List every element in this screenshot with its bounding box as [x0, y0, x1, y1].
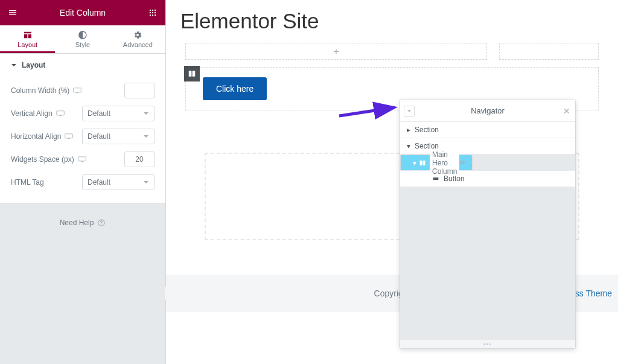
svg-point-4 — [152, 12, 153, 13]
tab-label: Style — [75, 41, 90, 48]
tree-section[interactable]: ▸ Section — [400, 122, 575, 138]
page-title: Elementor Site — [166, 0, 618, 43]
help-label: Need Help — [60, 219, 94, 227]
chevron-down-icon — [11, 62, 17, 68]
tab-advanced[interactable]: Advanced — [110, 25, 165, 53]
svg-point-7 — [152, 14, 153, 16]
horizontal-align-select[interactable]: Default — [82, 129, 154, 144]
chevron-down-icon: ▾ — [413, 159, 416, 167]
control-column-width: Column Width (%) — [11, 79, 154, 102]
svg-rect-16 — [81, 161, 83, 162]
style-icon — [78, 30, 88, 40]
tree-section[interactable]: ▾ Section — [400, 138, 575, 155]
panel-header: Edit Column — [0, 0, 165, 25]
widgets-space-input[interactable] — [124, 152, 154, 167]
control-horizontal-align: Horizontal Align Default — [11, 125, 154, 148]
control-vertical-align: Vertical Align Default — [11, 102, 154, 125]
control-label: Widgets Space (px) — [11, 155, 74, 164]
svg-rect-11 — [56, 111, 64, 115]
chevron-down-icon — [143, 179, 149, 185]
add-section-button[interactable]: ＋ — [185, 43, 487, 60]
help-icon — [97, 219, 106, 227]
vertical-align-select[interactable]: Default — [82, 106, 154, 121]
tab-style[interactable]: Style — [55, 25, 110, 53]
svg-rect-9 — [74, 88, 81, 92]
svg-rect-14 — [68, 138, 70, 139]
control-html-tag: HTML Tag Default — [11, 171, 154, 194]
svg-point-1 — [152, 10, 153, 11]
tree-label: Section — [415, 142, 439, 150]
button-icon — [432, 175, 440, 182]
section-title: Layout — [22, 61, 45, 69]
tree-label: Button — [444, 174, 465, 183]
grid-apps-icon[interactable] — [140, 0, 165, 25]
gear-icon — [133, 30, 142, 40]
select-value: Default — [88, 132, 110, 141]
button-widget[interactable]: Click here — [203, 77, 267, 100]
plus-icon: ＋ — [331, 45, 341, 58]
navigator-header[interactable]: Navigator ✕ — [400, 100, 575, 122]
svg-point-6 — [150, 14, 151, 16]
svg-point-3 — [150, 12, 151, 13]
section-toggle[interactable]: Layout — [0, 54, 165, 77]
responsive-icon[interactable] — [65, 133, 73, 140]
tree-label-editable[interactable]: Main Hero Column — [430, 150, 459, 176]
navigator-toggle-icon[interactable] — [404, 106, 415, 117]
add-section-button[interactable] — [499, 43, 599, 60]
svg-point-18 — [101, 224, 102, 225]
column-icon — [419, 159, 426, 167]
svg-rect-19 — [433, 177, 439, 180]
control-label: Horizontal Align — [11, 132, 61, 141]
control-label: Column Width (%) — [11, 86, 69, 95]
tree-widget-button[interactable]: Button — [400, 171, 575, 187]
svg-point-5 — [154, 12, 156, 13]
svg-rect-13 — [65, 134, 73, 138]
chevron-down-icon — [143, 110, 149, 117]
select-value: Default — [88, 109, 110, 118]
column-handle-icon[interactable] — [184, 66, 200, 81]
svg-rect-15 — [78, 157, 86, 161]
svg-point-2 — [154, 10, 156, 11]
control-label: HTML Tag — [11, 178, 44, 187]
svg-rect-12 — [59, 115, 61, 116]
column-width-input[interactable] — [124, 83, 154, 98]
navigator-tree: ▸ Section ▾ Section ▾ Main Hero Column B… — [400, 122, 575, 340]
control-widgets-space: Widgets Space (px) — [11, 148, 154, 171]
navigator-resize-handle[interactable]: ⋯ — [400, 340, 575, 348]
help-link[interactable]: Need Help — [0, 204, 165, 241]
section-layout: Layout Column Width (%) Vertical Align D… — [0, 54, 165, 204]
editor-panel: Edit Column Layout Style Advanced Layout… — [0, 0, 166, 364]
tree-label: Section — [415, 126, 439, 134]
visibility-icon[interactable] — [459, 159, 465, 167]
tab-label: Layout — [18, 41, 37, 48]
responsive-icon[interactable] — [73, 87, 81, 94]
chevron-right-icon: ▸ — [405, 126, 412, 134]
panel-tabs: Layout Style Advanced — [0, 25, 165, 54]
control-label: Vertical Align — [11, 109, 53, 118]
navigator-panel[interactable]: Navigator ✕ ▸ Section ▾ Section ▾ Main H… — [400, 100, 576, 349]
navigator-title: Navigator — [471, 106, 505, 115]
html-tag-select[interactable]: Default — [82, 174, 154, 190]
section-controls: Column Width (%) Vertical Align Default … — [0, 77, 165, 203]
svg-point-0 — [150, 10, 151, 11]
tab-layout[interactable]: Layout — [0, 25, 55, 53]
close-icon[interactable]: ✕ — [563, 106, 570, 116]
responsive-icon[interactable] — [56, 110, 65, 117]
chevron-down-icon: ▾ — [405, 142, 412, 150]
layout-icon — [23, 30, 33, 40]
hamburger-menu-icon[interactable] — [0, 0, 25, 25]
panel-title: Edit Column — [60, 8, 106, 18]
chevron-down-icon — [143, 133, 149, 139]
svg-point-8 — [154, 14, 156, 16]
tab-label: Advanced — [123, 41, 153, 48]
svg-rect-10 — [77, 92, 78, 93]
responsive-icon[interactable] — [78, 156, 86, 163]
tree-column-selected[interactable]: ▾ Main Hero Column — [400, 155, 473, 171]
select-value: Default — [88, 178, 110, 187]
